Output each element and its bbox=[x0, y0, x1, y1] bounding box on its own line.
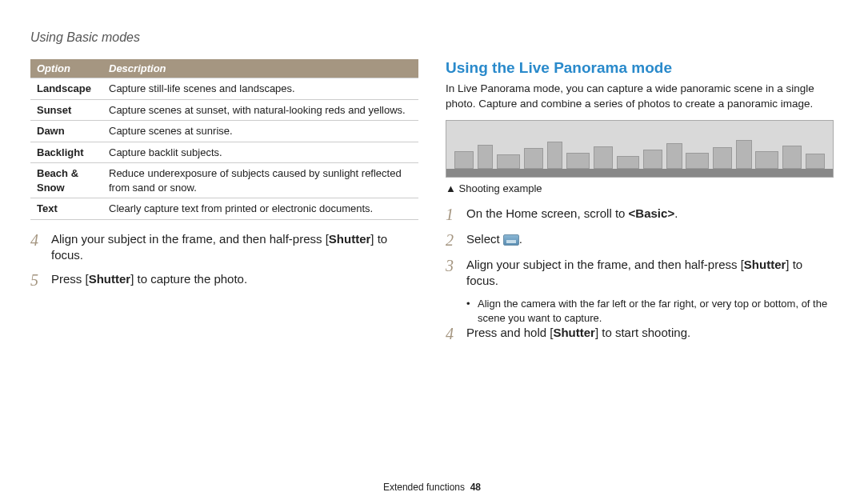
two-column-layout: Option Description LandscapeCapture stil… bbox=[30, 59, 834, 350]
left-column: Option Description LandscapeCapture stil… bbox=[30, 59, 418, 350]
footer-section: Extended functions bbox=[383, 482, 465, 493]
text-fragment: On the Home screen, scroll to bbox=[466, 206, 629, 220]
step-text: Press [Shutter] to capture the photo. bbox=[51, 271, 247, 287]
text-bold: Shutter bbox=[329, 232, 371, 246]
step-number: 3 bbox=[446, 257, 466, 274]
text-fragment: Press [ bbox=[51, 272, 89, 286]
step-2: 2 Select . bbox=[446, 231, 834, 249]
text-fragment: Align your subject in the frame, and the… bbox=[466, 258, 744, 271]
text-fragment: ] to start shooting. bbox=[595, 326, 690, 339]
text-fragment: Select bbox=[466, 232, 503, 246]
bullet-icon: • bbox=[466, 297, 478, 325]
step-number: 2 bbox=[446, 231, 466, 249]
left-steps: 4 Align your subject in the frame, and t… bbox=[30, 231, 418, 290]
table-row: DawnCapture scenes at sunrise. bbox=[30, 121, 418, 142]
step-text: Press and hold [Shutter] to start shooti… bbox=[466, 325, 690, 341]
opt-cell: Landscape bbox=[30, 78, 102, 100]
table-row: TextClearly capture text from printed or… bbox=[30, 198, 418, 220]
text-fragment: . bbox=[519, 232, 522, 246]
text-fragment: Align your subject in the frame, and the… bbox=[51, 232, 329, 246]
bullet-text: Align the camera with the far left or th… bbox=[478, 297, 834, 325]
text-bold: Shutter bbox=[744, 258, 786, 271]
table-head-description: Description bbox=[102, 59, 418, 78]
table-row: BacklightCapture backlit subjects. bbox=[30, 142, 418, 163]
panorama-illustration bbox=[446, 120, 834, 178]
caption-text: Shooting example bbox=[459, 182, 542, 194]
section-title: Using the Live Panorama mode bbox=[446, 59, 834, 77]
triangle-up-icon: ▲ bbox=[446, 182, 456, 194]
step-text: On the Home screen, scroll to <Basic>. bbox=[466, 206, 678, 222]
table-row: Beach & SnowReduce underexposure of subj… bbox=[30, 163, 418, 198]
step-5: 5 Press [Shutter] to capture the photo. bbox=[30, 271, 418, 289]
page-number: 48 bbox=[470, 482, 481, 493]
step-1: 1 On the Home screen, scroll to <Basic>. bbox=[446, 206, 834, 223]
page-header: Using Basic modes bbox=[30, 30, 834, 45]
desc-cell: Clearly capture text from printed or ele… bbox=[102, 198, 418, 220]
section-intro: In Live Panorama mode, you can capture a… bbox=[446, 82, 834, 112]
text-bold: Shutter bbox=[89, 272, 131, 286]
step-text: Select . bbox=[466, 231, 522, 247]
panorama-mode-icon bbox=[503, 234, 519, 246]
panorama-caption: ▲ Shooting example bbox=[446, 182, 834, 194]
text-bold: Shutter bbox=[553, 326, 595, 339]
step-4: 4 Align your subject in the frame, and t… bbox=[30, 231, 418, 264]
step-number: 5 bbox=[30, 271, 51, 289]
step-text: Align your subject in the frame, and the… bbox=[51, 231, 418, 264]
options-table: Option Description LandscapeCapture stil… bbox=[30, 59, 418, 220]
desc-cell: Capture scenes at sunrise. bbox=[102, 121, 418, 142]
step-3: 3 Align your subject in the frame, and t… bbox=[446, 257, 834, 290]
table-head-option: Option bbox=[30, 59, 102, 78]
right-steps: 1 On the Home screen, scroll to <Basic>.… bbox=[446, 206, 834, 343]
desc-cell: Capture scenes at sunset, with natural-l… bbox=[102, 99, 418, 121]
right-column: Using the Live Panorama mode In Live Pan… bbox=[446, 59, 834, 350]
step-number: 4 bbox=[446, 325, 466, 342]
desc-cell: Capture still-life scenes and landscapes… bbox=[102, 78, 418, 100]
text-fragment: ] to capture the photo. bbox=[130, 272, 247, 286]
text-fragment: Press and hold [ bbox=[466, 326, 553, 339]
step-number: 4 bbox=[30, 231, 51, 249]
table-row: LandscapeCapture still-life scenes and l… bbox=[30, 78, 418, 100]
opt-cell: Backlight bbox=[30, 142, 102, 163]
opt-cell: Dawn bbox=[30, 121, 102, 142]
opt-cell: Sunset bbox=[30, 99, 102, 121]
table-row: SunsetCapture scenes at sunset, with nat… bbox=[30, 99, 418, 121]
text-fragment: . bbox=[674, 206, 678, 220]
desc-cell: Reduce underexposure of subjects caused … bbox=[102, 163, 418, 198]
opt-cell: Beach & Snow bbox=[30, 163, 102, 198]
step-4: 4 Press and hold [Shutter] to start shoo… bbox=[446, 325, 834, 342]
step-number: 1 bbox=[446, 206, 466, 223]
page-footer: Extended functions 48 bbox=[0, 482, 864, 493]
step-3-bullet: • Align the camera with the far left or … bbox=[446, 297, 834, 325]
text-bold: <Basic> bbox=[629, 206, 675, 220]
opt-cell: Text bbox=[30, 198, 102, 220]
step-text: Align your subject in the frame, and the… bbox=[466, 257, 834, 290]
desc-cell: Capture backlit subjects. bbox=[102, 142, 418, 163]
